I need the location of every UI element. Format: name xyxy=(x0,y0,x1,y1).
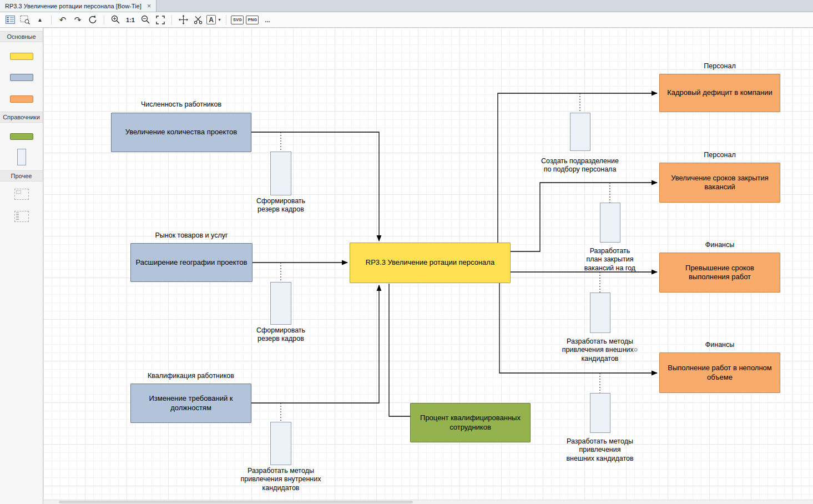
tab-title: RP3.3 Увеличение ротации персонала [Bow-… xyxy=(5,3,142,9)
category-label-consequence-2: Финансы xyxy=(659,241,780,249)
diagram-list-button[interactable] xyxy=(3,13,17,27)
toolbar-separator xyxy=(51,15,52,25)
barrier-label-threat-1: Сформировать резерв кадров xyxy=(242,326,320,344)
barrier-label-threat-0: Сформировать резерв кадров xyxy=(242,197,320,214)
palette-shape-consequence[interactable] xyxy=(10,95,33,103)
text-tool-letter: A xyxy=(209,16,214,24)
palette-section-other[interactable]: Прочее xyxy=(0,170,43,182)
category-label-consequence-1: Персонал xyxy=(659,151,780,159)
barrier-label-consequence-1: Разработать план закрытия вакансий на го… xyxy=(565,247,654,273)
text-style-button[interactable]: A ▼ xyxy=(206,13,221,27)
palette-shape-reference[interactable] xyxy=(10,133,33,140)
diagram-list-icon xyxy=(6,16,15,24)
undo-button[interactable]: ↶ xyxy=(56,13,69,27)
app-window: RP3.3 Увеличение ротации персонала [Bow-… xyxy=(0,0,813,504)
palette-shape-threat[interactable] xyxy=(10,74,33,81)
consequence-node-2[interactable]: Превышение сроков выполнения работ xyxy=(659,253,780,293)
fit-screen-button[interactable] xyxy=(154,13,167,27)
scrollbar-thumb[interactable] xyxy=(59,501,413,503)
refresh-icon xyxy=(88,15,98,24)
palette-shape-group[interactable] xyxy=(14,189,29,200)
threat-node-2[interactable]: Изменение требований к должностям xyxy=(130,384,251,423)
zoom-actual-button[interactable]: 1:1 xyxy=(124,13,137,27)
palette-section-basics[interactable]: Основные xyxy=(0,31,43,42)
export-png-button[interactable]: PNG xyxy=(246,13,259,27)
horizontal-scrollbar[interactable] xyxy=(43,500,813,504)
barrier-node-consequence-3[interactable] xyxy=(590,393,610,433)
category-label-consequence-0: Персонал xyxy=(659,62,780,70)
diagram-canvas[interactable]: Численность работников Увеличение количе… xyxy=(43,28,813,504)
barrier-label-consequence-2: Разработать методы привлечения внешних○ … xyxy=(553,337,647,363)
consequence-node-3[interactable]: Выполнение работ в неполном объеме xyxy=(659,352,780,393)
scissors-icon xyxy=(194,16,203,24)
tab-bar: RP3.3 Увеличение ротации персонала [Bow-… xyxy=(0,0,813,12)
zoom-out-button[interactable] xyxy=(139,13,152,27)
consequence-node-0[interactable]: Кадровый дефицит в компании xyxy=(659,74,780,112)
zoom-out-icon xyxy=(141,15,150,24)
pan-icon xyxy=(179,15,188,24)
redo-icon: ↷ xyxy=(74,15,82,25)
consequence-node-1[interactable]: Увеличение сроков закрытия вакансий xyxy=(659,163,780,203)
toolbar-separator xyxy=(226,15,226,25)
barrier-label-threat-2: Разработать методы привлечения внутренни… xyxy=(234,467,328,492)
palette-section-references[interactable]: Справочники xyxy=(0,112,43,123)
export-svg-icon: SVG xyxy=(231,16,244,24)
palette-shape-risk[interactable] xyxy=(10,53,33,60)
group-dots-decoration xyxy=(16,190,21,194)
pan-button[interactable] xyxy=(176,13,190,27)
collapse-panel-button[interactable]: ▲ xyxy=(33,13,47,27)
group-hatch-decoration xyxy=(16,213,19,220)
more-options-icon: ... xyxy=(265,17,270,23)
diagram-tab[interactable]: RP3.3 Увеличение ротации персонала [Bow-… xyxy=(0,0,156,12)
refresh-button[interactable] xyxy=(86,13,99,27)
barrier-node-consequence-0[interactable] xyxy=(570,113,590,151)
barrier-node-threat-1[interactable] xyxy=(270,282,291,325)
undo-icon: ↶ xyxy=(59,15,67,25)
category-label-threat-2: Квалификация работников xyxy=(130,372,251,380)
category-label-threat-1: Рынок товаров и услуг xyxy=(130,231,253,239)
barrier-node-consequence-1[interactable] xyxy=(600,203,620,243)
zoom-in-icon xyxy=(111,15,120,24)
palette-shape-hatched-group[interactable] xyxy=(14,211,29,222)
palette-shape-barrier[interactable] xyxy=(17,149,26,165)
fit-screen-icon xyxy=(156,16,165,24)
zoom-actual-label: 1:1 xyxy=(126,17,135,23)
export-svg-button[interactable]: SVG xyxy=(231,13,244,27)
barrier-node-threat-0[interactable] xyxy=(270,152,291,195)
export-png-label: PNG xyxy=(248,17,257,22)
export-svg-label: SVG xyxy=(233,17,242,22)
reference-node[interactable]: Процент квалифицированных сотрудников xyxy=(410,403,531,442)
toolbar: ▲ ↶ ↷ 1:1 A ▼ xyxy=(0,12,813,28)
chevron-down-icon: ▼ xyxy=(218,18,221,22)
text-tool-icon: A xyxy=(206,15,216,24)
redo-button[interactable]: ↷ xyxy=(71,13,84,27)
toolbar-separator xyxy=(171,15,172,25)
export-png-icon: PNG xyxy=(246,16,259,24)
zoom-in-button[interactable] xyxy=(109,13,122,27)
frame-select-button[interactable] xyxy=(18,13,32,27)
more-options-button[interactable]: ... xyxy=(261,13,274,27)
cut-button[interactable] xyxy=(191,13,205,27)
barrier-node-threat-2[interactable] xyxy=(270,422,291,465)
barrier-node-consequence-2[interactable] xyxy=(590,293,610,333)
barrier-label-consequence-3: Разработать методы привлечения внешних к… xyxy=(556,437,644,463)
tab-close-button[interactable]: × xyxy=(147,2,152,9)
category-label-threat-0: Численность работников xyxy=(111,100,251,108)
threat-node-0[interactable]: Увеличение количества проектов xyxy=(111,113,251,152)
collapse-icon: ▲ xyxy=(37,17,43,23)
risk-node[interactable]: RP3.3 Увеличение ротации персонала xyxy=(350,243,511,283)
shape-palette: Основные Справочники Прочее xyxy=(0,28,43,504)
frame-select-icon xyxy=(20,15,30,24)
threat-node-1[interactable]: Расширение географии проектов xyxy=(130,243,253,282)
category-label-consequence-3: Финансы xyxy=(659,341,780,349)
barrier-label-consequence-0: Создать подразделение по подбору персона… xyxy=(536,157,624,174)
toolbar-separator xyxy=(104,15,104,25)
